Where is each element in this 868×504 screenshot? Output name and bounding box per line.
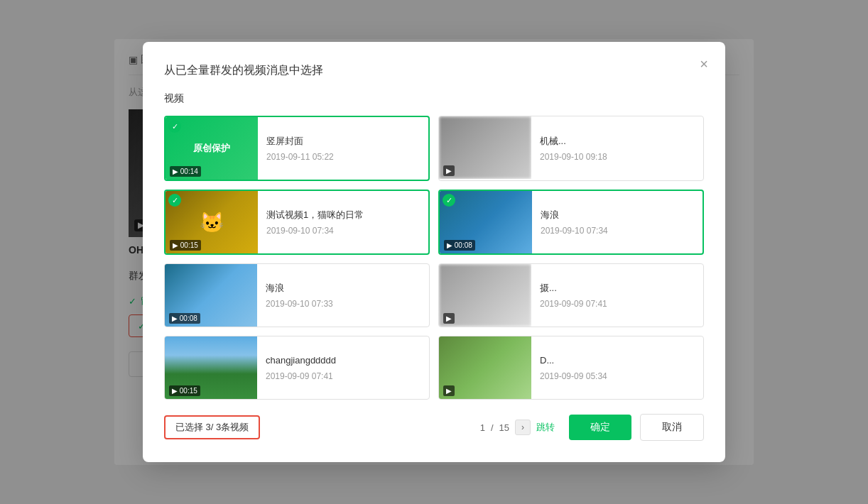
video-info-8: D... 2019-09-09 05:34 bbox=[531, 336, 703, 399]
video-info-1: 竖屏封面 2019-09-11 05:22 bbox=[258, 117, 428, 180]
video-info-2: 机械... 2019-09-10 09:18 bbox=[531, 116, 703, 180]
jump-label[interactable]: 跳转 bbox=[536, 421, 555, 434]
thumbnail-3: 🐱 ✓ ▶ 00:15 bbox=[166, 191, 258, 253]
thumbnail-1: 原创保护 ✓ ▶ 00:14 bbox=[166, 117, 258, 180]
thumbnail-5: ▶ 00:08 bbox=[165, 264, 257, 327]
duration-1: ▶ 00:14 bbox=[170, 166, 201, 177]
confirm-button[interactable]: 确定 bbox=[569, 415, 631, 440]
video-date-8: 2019-09-09 05:34 bbox=[540, 371, 695, 381]
thumbnail-4: ✓ ▶ 00:08 bbox=[440, 191, 532, 253]
video-name-6: 摄... bbox=[540, 282, 695, 295]
duration-7: ▶ 00:15 bbox=[169, 385, 200, 396]
video-card-5[interactable]: ▶ 00:08 海浪 2019-09-10 07:33 bbox=[164, 263, 430, 327]
overlay-5: ▶ 00:08 bbox=[165, 310, 257, 327]
video-date-3: 2019-09-10 07:34 bbox=[266, 226, 420, 236]
video-card-8[interactable]: ▶ D... 2019-09-09 05:34 bbox=[438, 336, 704, 400]
overlay-2: ▶ bbox=[439, 163, 531, 179]
duration-5: ▶ 00:08 bbox=[169, 313, 200, 324]
video-info-7: changjiangddddd 2019-09-09 07:41 bbox=[257, 336, 429, 399]
cancel-button[interactable]: 取消 bbox=[640, 414, 704, 441]
video-date-1: 2019-09-11 05:22 bbox=[266, 152, 420, 162]
video-date-7: 2019-09-09 07:41 bbox=[266, 371, 421, 381]
video-grid: 原创保护 ✓ ▶ 00:14 竖屏封面 2019-09-11 05:22 bbox=[164, 116, 704, 400]
thumbnail-2: ▶ bbox=[439, 116, 531, 179]
video-date-6: 2019-09-09 07:41 bbox=[540, 299, 695, 309]
video-card-1[interactable]: 原创保护 ✓ ▶ 00:14 竖屏封面 2019-09-11 05:22 bbox=[164, 116, 430, 181]
video-name-3: 测试视频1，猫咪的日常 bbox=[266, 209, 420, 221]
duration-8: ▶ bbox=[443, 385, 455, 396]
video-name-4: 海浪 bbox=[541, 209, 694, 221]
duration-3: ▶ 00:15 bbox=[170, 240, 201, 251]
modal-close-button[interactable]: × bbox=[700, 56, 708, 72]
video-name-7: changjiangddddd bbox=[266, 354, 421, 367]
selection-info: 已选择 3/ 3条视频 bbox=[164, 415, 260, 439]
check-badge-1: ✓ bbox=[168, 120, 181, 133]
video-info-5: 海浪 2019-09-10 07:33 bbox=[257, 264, 429, 327]
check-badge-3: ✓ bbox=[168, 194, 181, 207]
video-name-5: 海浪 bbox=[266, 282, 421, 295]
thumbnail-7: ▶ 00:15 bbox=[165, 336, 257, 399]
video-name-1: 竖屏封面 bbox=[266, 135, 420, 148]
video-card-4[interactable]: ✓ ▶ 00:08 海浪 2019-09-10 07:34 bbox=[438, 190, 704, 255]
video-card-7[interactable]: ▶ 00:15 changjiangddddd 2019-09-09 07:41 bbox=[164, 336, 430, 400]
overlay-3: ▶ 00:15 bbox=[166, 237, 258, 253]
video-card-2[interactable]: ▶ 机械... 2019-09-10 09:18 bbox=[438, 116, 704, 181]
video-name-8: D... bbox=[540, 354, 695, 367]
check-badge-4: ✓ bbox=[443, 194, 455, 207]
video-info-4: 海浪 2019-09-10 07:34 bbox=[532, 191, 702, 253]
video-card-6[interactable]: ▶ 摄... 2019-09-09 07:41 bbox=[438, 263, 704, 327]
next-page-button[interactable]: › bbox=[515, 420, 531, 435]
modal-overlay: 从已全量群发的视频消息中选择 × 视频 原创保护 ✓ ▶ 00:14 竖屏封面 … bbox=[0, 0, 868, 504]
video-info-3: 测试视频1，猫咪的日常 2019-09-10 07:34 bbox=[258, 191, 428, 253]
duration-6: ▶ bbox=[443, 313, 455, 324]
modal-actions: 确定 取消 bbox=[569, 414, 704, 441]
duration-2: ▶ bbox=[443, 165, 455, 176]
video-date-4: 2019-09-10 07:34 bbox=[541, 226, 694, 236]
thumbnail-8: ▶ bbox=[439, 336, 531, 399]
section-label: 视频 bbox=[164, 92, 704, 105]
video-card-3[interactable]: 🐱 ✓ ▶ 00:15 测试视频1，猫咪的日常 2019-09-10 07:34 bbox=[164, 190, 430, 255]
overlay-7: ▶ 00:15 bbox=[165, 383, 257, 399]
modal-title: 从已全量群发的视频消息中选择 bbox=[164, 63, 704, 78]
video-name-2: 机械... bbox=[540, 135, 695, 148]
duration-4: ▶ 00:08 bbox=[444, 240, 475, 251]
modal-dialog: 从已全量群发的视频消息中选择 × 视频 原创保护 ✓ ▶ 00:14 竖屏封面 … bbox=[143, 42, 725, 462]
overlay-1: ▶ 00:14 bbox=[166, 163, 258, 180]
video-date-5: 2019-09-10 07:33 bbox=[266, 299, 421, 309]
modal-footer: 已选择 3/ 3条视频 1 / 15 › 跳转 确定 取消 bbox=[164, 414, 704, 441]
overlay-4: ▶ 00:08 bbox=[440, 237, 532, 253]
pagination: 1 / 15 › 跳转 bbox=[480, 420, 555, 435]
thumbnail-6: ▶ bbox=[439, 264, 531, 327]
overlay-6: ▶ bbox=[439, 310, 531, 327]
overlay-8: ▶ bbox=[439, 383, 531, 399]
video-info-6: 摄... 2019-09-09 07:41 bbox=[531, 264, 703, 327]
video-date-2: 2019-09-10 09:18 bbox=[540, 152, 695, 162]
